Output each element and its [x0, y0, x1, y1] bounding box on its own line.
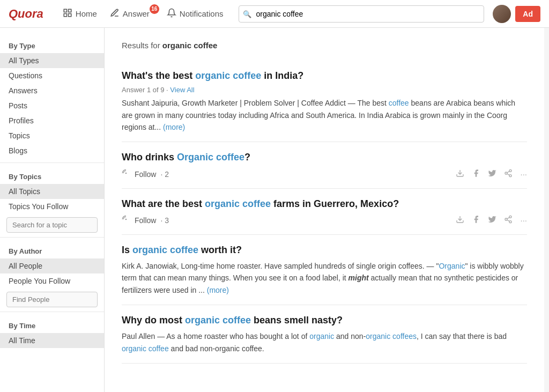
more-link[interactable]: (more) — [207, 286, 229, 294]
download-icon[interactable] — [456, 169, 464, 179]
follow-left: Follow · 3 — [122, 215, 169, 226]
sidebar-item-posts[interactable]: Posts — [0, 98, 104, 113]
action-icons: ··· — [456, 169, 527, 179]
sidebar-item-topics-you-follow[interactable]: Topics You Follow — [0, 199, 104, 214]
facebook-icon[interactable] — [472, 215, 480, 225]
search-input[interactable] — [239, 5, 485, 23]
svg-point-14 — [505, 218, 507, 220]
nav-answer-label: Answer — [123, 9, 150, 18]
sidebar-item-all-time[interactable]: All Time — [0, 333, 104, 348]
topic-search-wrapper — [6, 217, 98, 233]
by-type-label: By Type — [0, 36, 104, 53]
svg-rect-0 — [64, 9, 66, 12]
svg-line-9 — [507, 174, 510, 175]
home-icon — [63, 8, 72, 19]
svg-point-8 — [509, 175, 511, 177]
svg-line-10 — [507, 171, 510, 173]
topic-search-input[interactable] — [6, 217, 98, 233]
svg-point-11 — [125, 219, 126, 219]
divider-3 — [0, 312, 104, 312]
result-item: Why do most organic coffee beans smell n… — [122, 305, 527, 364]
add-button[interactable]: Ad — [515, 6, 540, 22]
bell-icon — [167, 8, 176, 19]
result-meta: Answer 1 of 9 · View All — [122, 86, 527, 94]
snippet-link-oc[interactable]: organic coffee — [122, 344, 169, 353]
snippet-link[interactable]: Organic — [439, 262, 465, 270]
by-time-label: By Time — [0, 316, 104, 333]
svg-point-7 — [505, 172, 507, 174]
snippet-link[interactable]: coffee — [389, 99, 409, 107]
snippet-link-organic[interactable]: organic — [309, 332, 334, 341]
avatar[interactable] — [493, 5, 511, 23]
nav-notifications[interactable]: Notifications — [160, 0, 230, 28]
nav-notifications-label: Notifications — [180, 9, 224, 18]
nav-home[interactable]: Home — [56, 0, 103, 28]
result-title-link[interactable]: Organic coffee — [177, 152, 244, 162]
share-icon[interactable] — [504, 215, 513, 225]
svg-rect-3 — [68, 14, 71, 17]
sidebar-item-all-topics[interactable]: All Topics — [0, 184, 104, 199]
sidebar-item-people-you-follow[interactable]: People You Follow — [0, 273, 104, 289]
sidebar-item-blogs[interactable]: Blogs — [0, 143, 104, 158]
share-icon[interactable] — [504, 169, 513, 179]
site-header: Quora Home Answer 16 Notifications 🔍 Ad — [0, 0, 549, 28]
svg-point-15 — [509, 221, 511, 223]
result-item: What's the best organic coffee in India?… — [122, 61, 527, 142]
result-item: What are the best organic coffee farms i… — [122, 189, 527, 235]
search-bar-container: 🔍 — [239, 5, 485, 23]
people-search-input[interactable] — [6, 292, 98, 307]
answer-icon — [110, 8, 120, 19]
people-search-wrapper — [6, 292, 98, 307]
divider-1 — [0, 162, 104, 163]
result-title-link[interactable]: organic coffee — [132, 245, 198, 255]
more-icon[interactable]: ··· — [520, 216, 527, 225]
sidebar-item-topics[interactable]: Topics — [0, 128, 104, 143]
divider-2 — [0, 237, 104, 238]
page-container: By Type All Types Questions Answers Post… — [0, 28, 549, 392]
more-link[interactable]: (more) — [163, 123, 185, 131]
result-title: Is organic coffee worth it? — [122, 243, 527, 257]
logo[interactable]: Quora — [9, 7, 43, 21]
result-title-link[interactable]: organic coffee — [205, 198, 271, 209]
sidebar: By Type All Types Questions Answers Post… — [0, 28, 105, 392]
result-item: Is organic coffee worth it? Kirk A. Jano… — [122, 235, 527, 305]
follow-broadcast-icon — [122, 169, 130, 180]
nav-home-label: Home — [76, 9, 97, 18]
sidebar-item-profiles[interactable]: Profiles — [0, 113, 104, 128]
svg-rect-1 — [68, 9, 71, 12]
follow-button[interactable]: Follow — [135, 170, 156, 179]
follow-bar: Follow · 2 ··· — [122, 169, 527, 180]
svg-point-13 — [509, 216, 511, 218]
results-query: organic coffee — [162, 41, 218, 50]
main-content: Results for organic coffee What's the be… — [105, 28, 544, 392]
download-icon[interactable] — [456, 215, 464, 225]
more-icon[interactable]: ··· — [520, 169, 527, 179]
follow-left: Follow · 2 — [122, 169, 169, 180]
result-title: Who drinks Organic coffee? — [122, 151, 527, 164]
search-icon: 🔍 — [243, 10, 251, 18]
follow-count: · 3 — [160, 216, 169, 225]
twitter-icon[interactable] — [488, 215, 496, 225]
sidebar-item-questions[interactable]: Questions — [0, 68, 104, 83]
svg-line-16 — [507, 220, 510, 221]
snippet-link-organic-coffee[interactable]: organic coffees — [366, 332, 417, 341]
result-title-link[interactable]: organic coffee — [185, 315, 251, 326]
sidebar-item-answers[interactable]: Answers — [0, 83, 104, 98]
result-title-link[interactable]: organic coffee — [195, 70, 261, 81]
result-title: Why do most organic coffee beans smell n… — [122, 314, 527, 327]
result-snippet: Sushant Jaipuria, Growth Marketer | Prob… — [122, 97, 527, 133]
sidebar-item-all-people[interactable]: All People — [0, 258, 104, 273]
facebook-icon[interactable] — [472, 169, 480, 179]
nav-answer[interactable]: Answer 16 — [103, 0, 160, 28]
view-all-link[interactable]: View All — [170, 86, 194, 94]
result-snippet: Paul Allen — As a home roaster who has b… — [122, 330, 527, 354]
sidebar-item-all-types[interactable]: All Types — [0, 53, 104, 68]
answer-badge: 16 — [150, 4, 159, 14]
svg-rect-2 — [64, 14, 66, 17]
follow-bar: Follow · 3 ··· — [122, 215, 527, 226]
results-header: Results for organic coffee — [122, 41, 527, 50]
follow-button[interactable]: Follow — [135, 216, 156, 225]
twitter-icon[interactable] — [488, 169, 496, 179]
svg-point-4 — [125, 173, 126, 173]
result-title: What's the best organic coffee in India? — [122, 69, 527, 83]
